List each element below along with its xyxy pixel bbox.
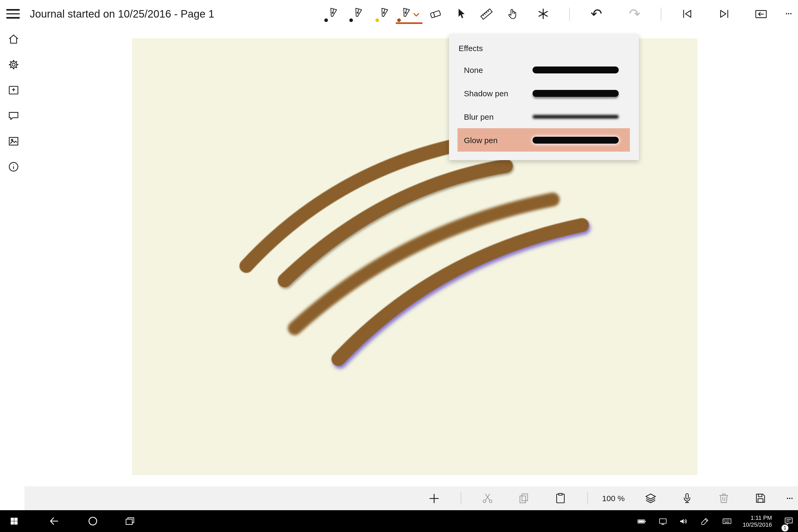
layers-button[interactable] bbox=[642, 486, 660, 510]
sidebar-item-new-page[interactable] bbox=[0, 77, 26, 103]
page-title: Journal started on 10/25/2016 - Page 1 bbox=[30, 0, 214, 28]
pen-tool-1[interactable] bbox=[323, 0, 342, 28]
windows-logo-icon bbox=[9, 517, 18, 526]
more-icon: ••• bbox=[786, 11, 793, 17]
top-more-button[interactable]: ••• bbox=[781, 0, 797, 28]
ink-stroke-blur bbox=[295, 200, 553, 328]
pen-tool-2[interactable] bbox=[348, 0, 366, 28]
task-view-icon bbox=[125, 516, 135, 527]
add-page-button[interactable] bbox=[425, 486, 443, 510]
image-icon bbox=[7, 135, 19, 147]
time-text: 1:11 PM bbox=[750, 514, 772, 521]
effect-label: Blur pen bbox=[464, 112, 494, 121]
info-icon bbox=[7, 160, 19, 173]
cortana-button[interactable] bbox=[82, 510, 103, 532]
pen-tool-3[interactable] bbox=[375, 0, 393, 28]
eraser-icon bbox=[429, 7, 442, 20]
zoom-level[interactable]: 100 % bbox=[597, 486, 629, 510]
effects-button[interactable] bbox=[534, 0, 552, 28]
keyboard-icon bbox=[722, 516, 732, 526]
redo-icon: ↷ bbox=[629, 7, 641, 21]
redo-button[interactable]: ↷ bbox=[626, 0, 644, 28]
undo-icon: ↶ bbox=[590, 7, 602, 21]
display-icon bbox=[658, 516, 668, 526]
sidebar-item-insert-image[interactable] bbox=[0, 128, 26, 154]
undo-button[interactable]: ↶ bbox=[587, 0, 605, 28]
effect-preview-none bbox=[533, 66, 619, 73]
taskbar-clock[interactable]: 1:11 PM 10/25/2016 bbox=[737, 510, 772, 532]
pen-tool-4-selected[interactable] bbox=[396, 0, 414, 28]
record-audio-button[interactable] bbox=[678, 486, 696, 510]
first-page-button[interactable] bbox=[678, 0, 697, 28]
layers-icon bbox=[644, 492, 657, 505]
windows-taskbar: 1:11 PM 10/25/2016 1 bbox=[0, 510, 798, 532]
scissors-icon bbox=[481, 492, 493, 504]
back-button[interactable] bbox=[43, 510, 64, 532]
ink-stroke-glow bbox=[338, 225, 582, 359]
sidebar-item-comments[interactable] bbox=[0, 103, 26, 128]
start-button[interactable] bbox=[3, 510, 24, 532]
effect-preview-shadow bbox=[533, 90, 619, 97]
first-page-icon bbox=[681, 7, 694, 20]
dock-panel-button[interactable] bbox=[752, 0, 770, 28]
notification-badge: 1 bbox=[781, 525, 788, 531]
save-icon bbox=[754, 492, 766, 504]
touch-keyboard-button[interactable] bbox=[719, 510, 735, 532]
hamburger-icon bbox=[6, 9, 20, 11]
action-center-button[interactable]: 1 bbox=[780, 510, 796, 532]
battery-icon bbox=[637, 516, 646, 526]
effect-option-shadow-pen[interactable]: Shadow pen bbox=[457, 81, 630, 105]
select-tool-button[interactable] bbox=[452, 0, 470, 28]
effects-title: Effects bbox=[449, 35, 639, 58]
ink-stroke-none bbox=[246, 144, 464, 266]
task-view-button[interactable] bbox=[119, 510, 140, 532]
display-tray-button[interactable] bbox=[655, 510, 671, 532]
toolbar-separator bbox=[661, 7, 661, 21]
more-icon: ••• bbox=[787, 496, 794, 501]
touch-writing-button[interactable] bbox=[503, 0, 521, 28]
pen-color-dot bbox=[397, 18, 401, 22]
menu-button[interactable] bbox=[5, 7, 21, 21]
new-page-icon bbox=[7, 84, 19, 96]
app-window: Journal started on 10/25/2016 - Page 1 bbox=[0, 0, 798, 532]
dock-panel-icon bbox=[754, 7, 767, 20]
bottom-toolbar: 100 % ••• bbox=[24, 486, 798, 510]
cut-button[interactable] bbox=[478, 486, 496, 510]
comments-icon bbox=[7, 109, 19, 121]
effect-option-glow-pen[interactable]: Glow pen bbox=[457, 128, 630, 152]
ruler-button[interactable] bbox=[477, 0, 495, 28]
effect-preview-glow bbox=[533, 136, 619, 144]
last-page-button[interactable] bbox=[715, 0, 733, 28]
pointer-icon bbox=[455, 7, 468, 20]
effect-label: Glow pen bbox=[464, 135, 498, 145]
sidebar-item-settings[interactable] bbox=[0, 52, 26, 77]
pen-color-dot bbox=[375, 18, 379, 22]
gear-icon bbox=[7, 58, 19, 71]
paste-button[interactable] bbox=[551, 486, 569, 510]
sidebar-item-home[interactable] bbox=[0, 26, 26, 52]
pen-color-dot bbox=[324, 18, 328, 22]
eraser-button[interactable] bbox=[426, 0, 444, 28]
toolbar-separator bbox=[461, 492, 461, 504]
trash-icon bbox=[717, 492, 730, 504]
battery-tray-button[interactable] bbox=[633, 510, 650, 532]
sidebar-item-info[interactable] bbox=[0, 154, 26, 179]
effects-flyout: Effects None Shadow pen Blur pen Glow pe… bbox=[449, 35, 639, 160]
left-sidebar bbox=[0, 26, 26, 484]
bottom-more-button[interactable]: ••• bbox=[782, 486, 798, 510]
volume-tray-button[interactable] bbox=[676, 510, 691, 532]
toolbar-separator bbox=[587, 492, 588, 504]
save-button[interactable] bbox=[751, 486, 769, 510]
toolbar-separator bbox=[569, 7, 570, 21]
copy-button[interactable] bbox=[514, 486, 533, 510]
delete-button[interactable] bbox=[715, 486, 733, 510]
effect-option-blur-pen[interactable]: Blur pen bbox=[457, 105, 630, 128]
back-arrow-icon bbox=[48, 515, 59, 527]
pen-tray-button[interactable] bbox=[697, 510, 713, 532]
top-app-bar: Journal started on 10/25/2016 - Page 1 bbox=[0, 0, 798, 28]
stylus-icon bbox=[700, 516, 710, 526]
microphone-icon bbox=[681, 492, 693, 504]
paste-icon bbox=[554, 492, 566, 504]
ruler-icon bbox=[480, 7, 493, 20]
effect-option-none[interactable]: None bbox=[457, 58, 630, 81]
